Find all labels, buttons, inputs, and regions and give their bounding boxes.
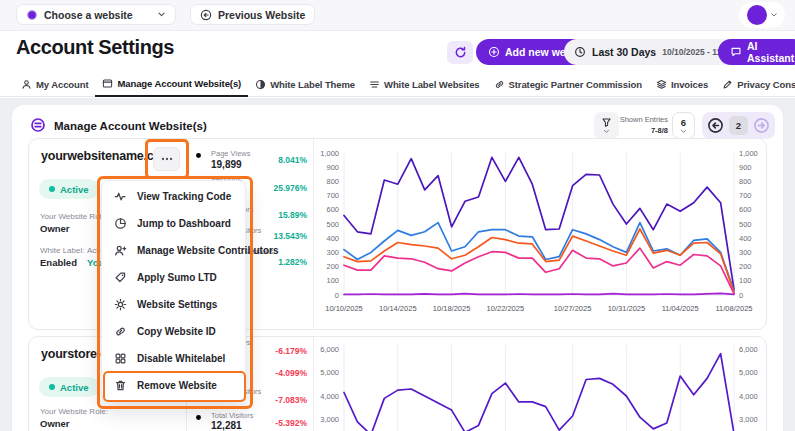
stat-percent: 13.543% [273, 231, 307, 241]
stat-value: 19,899 [211, 159, 242, 170]
tab-label: White Label Websites [384, 79, 479, 90]
svg-text:300: 300 [739, 248, 752, 257]
previous-page-button[interactable] [707, 117, 724, 134]
choose-website-dropdown[interactable]: Choose a website [16, 4, 176, 25]
stat-value: 12,281 [211, 420, 242, 431]
traffic-chart-2: 3,0003,0004,0004,0005,0005,0006,0006,000 [314, 339, 764, 431]
menu-item-remove-website[interactable]: Remove Website [102, 372, 245, 399]
arrow-left-circle-icon [200, 9, 212, 21]
layers-icon [656, 79, 667, 90]
svg-text:3,000: 3,000 [739, 415, 758, 424]
status-dot [49, 384, 55, 390]
status-dot [49, 186, 55, 192]
tab-label: Manage Account Website(s) [117, 78, 241, 89]
svg-text:500: 500 [326, 220, 339, 229]
svg-text:0: 0 [335, 291, 339, 300]
ellipsis-icon [160, 152, 174, 166]
menu-item-jump-to-dashboard[interactable]: Jump to Dashboard [102, 210, 245, 237]
ai-assistant-button[interactable]: AI Assistant [718, 39, 795, 65]
svg-text:600: 600 [739, 205, 752, 214]
menu-item-apply-sumo-ltd[interactable]: Apply Sumo LTD [102, 264, 245, 291]
svg-text:700: 700 [326, 191, 339, 200]
funnel-icon [601, 117, 612, 128]
svg-text:11/04/2025: 11/04/2025 [662, 304, 699, 313]
svg-text:5,000: 5,000 [320, 368, 339, 377]
page-size-select[interactable]: 6 [672, 112, 695, 139]
account-menu[interactable] [739, 2, 785, 28]
chat-icon [730, 46, 742, 58]
website-actions-button[interactable] [153, 147, 180, 171]
role-value: Owner [40, 223, 70, 234]
svg-text:11/08/2025: 11/08/2025 [716, 304, 753, 313]
tab-invoices[interactable]: Invoices [649, 72, 715, 97]
svg-text:4,000: 4,000 [739, 392, 758, 401]
copy-link-icon [114, 325, 127, 338]
choose-website-label: Choose a website [44, 9, 133, 21]
website-actions-menu: View Tracking CodeJump to DashboardManag… [101, 180, 246, 401]
previous-website-button[interactable]: Previous Website [190, 4, 315, 25]
pulse-icon [114, 190, 127, 203]
svg-text:10/27/2025: 10/27/2025 [554, 304, 592, 313]
browser-icon [102, 78, 113, 89]
svg-text:1,000: 1,000 [739, 149, 758, 158]
menu-item-label: Disable Whitelabel [137, 353, 225, 364]
svg-text:300: 300 [326, 248, 339, 257]
menu-item-manage-website-contributors[interactable]: Manage Website Contributors [102, 237, 245, 264]
period-label: Last 30 Days [592, 46, 656, 58]
svg-text:10/18/2025: 10/18/2025 [433, 304, 471, 313]
svg-text:3,000: 3,000 [320, 415, 339, 424]
stat-percent: 1.282% [278, 257, 307, 267]
stat-percent: -6.179% [275, 346, 307, 356]
tab-white-label-websites[interactable]: White Label Websites [362, 72, 486, 97]
menu-item-view-tracking-code[interactable]: View Tracking Code [102, 183, 245, 210]
pie-icon [114, 217, 127, 230]
next-page-button[interactable] [753, 117, 770, 134]
ai-assistant-label: AI Assistant [747, 40, 794, 64]
tab-bar: My AccountManage Account Website(s)White… [0, 72, 795, 97]
chevron-down-icon [680, 128, 687, 135]
svg-text:100: 100 [326, 276, 339, 285]
current-page[interactable]: 2 [729, 116, 748, 135]
white-label-value: Enabled [40, 257, 77, 268]
stat-percent: -7.083% [275, 395, 307, 405]
gear-icon [114, 298, 127, 311]
svg-text:10/31/2025: 10/31/2025 [608, 304, 646, 313]
refresh-button[interactable] [447, 41, 473, 64]
svg-text:700: 700 [739, 191, 752, 200]
trash-icon [114, 379, 127, 392]
contrast-icon [255, 79, 266, 90]
grid-icon [114, 352, 127, 365]
shown-entries: Shown Entries 7-8/8 [612, 114, 668, 137]
menu-item-label: Apply Sumo LTD [137, 272, 217, 283]
svg-text:5,000: 5,000 [739, 368, 758, 377]
svg-text:200: 200 [326, 262, 339, 271]
menu-item-website-settings[interactable]: Website Settings [102, 291, 245, 318]
tab-label: My Account [36, 79, 88, 90]
tab-label: White Label Theme [270, 79, 355, 90]
metric-icon [192, 148, 205, 161]
tab-white-label-theme[interactable]: White Label Theme [248, 72, 362, 97]
chevron-down-icon [603, 128, 610, 135]
svg-text:10/22/2025: 10/22/2025 [487, 304, 525, 313]
page-size-value: 6 [681, 117, 686, 128]
svg-text:4,000: 4,000 [320, 392, 339, 401]
previous-website-label: Previous Website [218, 9, 305, 21]
app-window: Choose a website Previous Website Accoun… [0, 0, 795, 431]
plus-circle-icon [488, 46, 500, 58]
menu-item-label: Remove Website [137, 380, 217, 391]
menu-item-copy-website-id[interactable]: Copy Website ID [102, 318, 245, 345]
role-label: Your Website Role: [40, 407, 108, 416]
tab-my-account[interactable]: My Account [14, 72, 95, 97]
tab-label: Strategic Partner Commission [509, 79, 642, 90]
menu-item-disable-whitelabel[interactable]: Disable Whitelabel [102, 345, 245, 372]
top-bar: Choose a website Previous Website [0, 0, 795, 31]
menu-item-label: Website Settings [137, 299, 217, 310]
tab-privacy-consents[interactable]: Privacy Consents [715, 72, 795, 97]
tab-manage-account-website-s[interactable]: Manage Account Website(s) [95, 72, 248, 97]
status-badge: Active [39, 179, 99, 199]
menu-item-label: Manage Website Contributors [137, 245, 279, 256]
tab-label: Invoices [671, 79, 708, 90]
refresh-icon [454, 46, 467, 59]
user-plus-icon [114, 244, 127, 257]
tab-strategic-partner-commission[interactable]: Strategic Partner Commission [487, 72, 649, 97]
